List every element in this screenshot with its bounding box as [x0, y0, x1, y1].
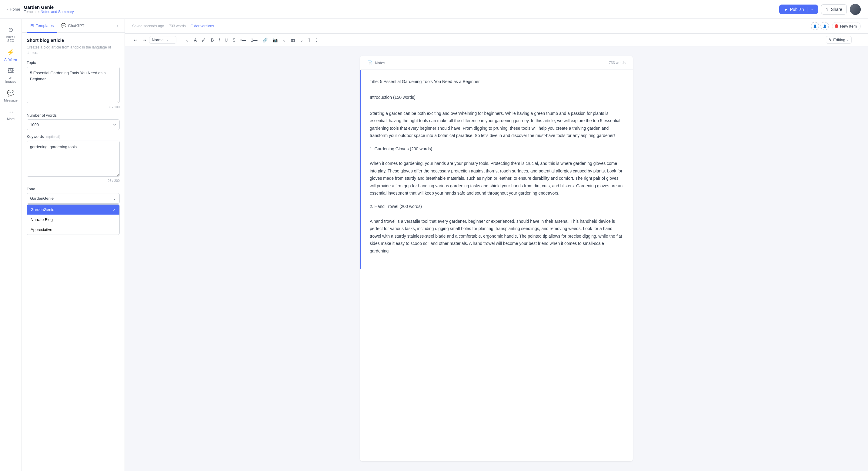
more-toolbar-button[interactable]: ⋯ — [853, 36, 861, 44]
tone-caret-icon: ⌄ — [113, 196, 116, 201]
empty-line-4 — [370, 214, 623, 218]
more-options-button[interactable]: ⋮ — [313, 36, 321, 44]
title-text: Title: 5 Essential Gardening Tools You N… — [370, 79, 480, 84]
section2-body-text: A hand trowel is a versatile tool that e… — [370, 219, 622, 253]
publish-caret-icon: ⌄ — [810, 7, 813, 11]
app-name: Garden Genie — [24, 4, 74, 10]
words-field-group: Number of words 1000 500 1500 2000 — [27, 113, 120, 130]
keywords-input[interactable]: gardening, gardening tools — [27, 140, 120, 177]
highlight-button[interactable]: 🖊 — [200, 36, 208, 44]
image-button[interactable]: 📷 — [271, 36, 279, 44]
tone-selected-display[interactable]: GardenGenie ⌄ — [27, 193, 120, 204]
sidebar-item-message[interactable]: 💬 Message — [2, 87, 20, 104]
table-button[interactable]: ▦ — [289, 36, 297, 44]
align-caret-button[interactable]: ⌄ — [184, 36, 191, 44]
tone-option-appreciative[interactable]: Appreciative — [27, 225, 119, 234]
tab-chatgpt-label: ChatGPT — [68, 23, 84, 28]
editing-pencil-icon: ✎ — [829, 38, 832, 42]
keywords-char-count: 26 / 200 — [27, 179, 120, 183]
collab-avatar-2-icon: 👤 — [823, 25, 827, 28]
templates-panel: ⊞ Templates 💬 ChatGPT ‹ Short blog artic… — [22, 19, 125, 471]
template-link[interactable]: Notes and Summary — [41, 10, 74, 14]
document-body[interactable]: Title: 5 Essential Gardening Tools You N… — [360, 70, 633, 269]
publish-label: Publish — [790, 7, 804, 12]
tone-dropdown: GardenGenie ⌄ GardenGenie ✓ Narrato Blog… — [27, 193, 120, 235]
main-layout: ⊙ Brief + SEO ⚡ AI Writer 🖼 AI Images 💬 … — [0, 19, 868, 471]
editor-content-wrapper: 📄 Notes 733 words Title: 5 Essential Gar… — [125, 46, 868, 471]
content-title-line[interactable]: Title: 5 Essential Gardening Tools You N… — [370, 78, 623, 86]
content-intro-body[interactable]: Starting a garden can be both exciting a… — [370, 110, 623, 139]
ai-images-icon: 🖼 — [8, 67, 14, 74]
content-section2-body[interactable]: A hand trowel is a versatile tool that e… — [370, 218, 623, 255]
notes-label: Notes — [375, 61, 385, 65]
older-versions-link[interactable]: Older versions — [191, 24, 214, 28]
tone-option-gardengenie[interactable]: GardenGenie ✓ — [27, 205, 119, 215]
content-intro-header[interactable]: Introduction (150 words) — [370, 94, 623, 101]
tone-option-narrato[interactable]: Narrato Blog — [27, 215, 119, 225]
intro-header-text: Introduction (150 words) — [370, 95, 415, 100]
sidebar-item-ai-writer-label: AI Writer — [4, 58, 17, 61]
clear-format-button[interactable]: ⁆ — [306, 36, 312, 44]
content-section1-header[interactable]: 1. Gardening Gloves (200 words) — [370, 146, 623, 153]
formatting-toolbar: ↩ ↪ Normal ⌄ ⁞ ⌄ A 🖊 B I U S •— 1— 🔗 📷 ⌄… — [125, 34, 868, 46]
topic-input[interactable]: 5 Essential Gardening Tools You Need as … — [27, 67, 120, 103]
sidebar-item-more[interactable]: ··· More — [2, 106, 20, 123]
app-title-block: Garden Genie Template: Notes and Summary — [24, 4, 74, 14]
tone-field-group: Tone GardenGenie ⌄ GardenGenie ✓ Narrato… — [27, 187, 120, 235]
tone-option-gardengenie-label: GardenGenie — [31, 207, 54, 212]
sidebar-item-ai-writer[interactable]: ⚡ AI Writer — [2, 46, 20, 64]
link-button[interactable]: 🔗 — [261, 36, 270, 44]
section1-body-text: When it comes to gardening, your hands a… — [370, 161, 617, 174]
empty-line-3 — [370, 156, 623, 160]
underline-button[interactable]: U — [223, 36, 229, 44]
new-item-button[interactable]: New Item — [832, 22, 861, 30]
italic-button[interactable]: I — [217, 36, 221, 44]
redo-button[interactable]: ↪ — [141, 36, 148, 44]
notes-icon: 📄 — [367, 60, 372, 65]
style-caret-icon: ⌄ — [166, 38, 169, 41]
words-label: Number of words — [27, 113, 120, 118]
brief-seo-icon: ⊙ — [8, 26, 13, 33]
tab-chatgpt[interactable]: 💬 ChatGPT — [57, 19, 88, 33]
meta-words: 733 words — [169, 24, 185, 28]
image-caret-button[interactable]: ⌄ — [281, 36, 288, 44]
panel-collapse-button[interactable]: ‹ — [116, 22, 120, 30]
sidebar-item-brief-seo[interactable]: ⊙ Brief + SEO — [2, 24, 20, 45]
document-header-left: 📄 Notes — [367, 60, 385, 65]
content-section1-body[interactable]: When it comes to gardening, your hands a… — [370, 160, 623, 197]
numbered-list-button[interactable]: 1— — [249, 36, 259, 44]
share-icon: ⇧ — [826, 7, 829, 12]
strikethrough-button[interactable]: S — [230, 36, 237, 44]
style-selector[interactable]: Normal ⌄ — [149, 36, 176, 44]
publish-button[interactable]: ► Publish ⌄ — [779, 4, 818, 14]
publish-icon: ► — [784, 7, 788, 12]
collab-avatar-1: 👤 — [811, 22, 819, 30]
editor-area: Saved seconds ago 733 words Older versio… — [125, 19, 868, 471]
publish-divider — [807, 7, 807, 12]
user-avatar[interactable] — [850, 4, 861, 15]
bullet-list-button[interactable]: •— — [239, 36, 248, 44]
editing-selector[interactable]: ✎ Editing ⌄ — [826, 36, 851, 44]
avatar-image — [850, 4, 861, 15]
bold-button[interactable]: B — [209, 36, 216, 44]
words-select[interactable]: 1000 500 1500 2000 — [27, 119, 120, 130]
undo-button[interactable]: ↩ — [132, 36, 140, 44]
new-item-label: New Item — [840, 24, 857, 29]
content-section2-header[interactable]: 2. Hand Trowel (200 words) — [370, 203, 623, 210]
meta-right: 👤 👤 New Item — [811, 22, 861, 30]
chevron-left-icon: ‹ — [7, 7, 8, 11]
panel-body: Short blog article Creates a blog articl… — [22, 33, 125, 471]
document-word-count: 733 words — [609, 61, 625, 65]
share-button[interactable]: ⇧ Share — [821, 4, 847, 14]
tab-templates[interactable]: ⊞ Templates — [27, 19, 57, 33]
font-color-button[interactable]: A — [192, 36, 198, 44]
new-item-dot — [835, 24, 838, 28]
sidebar-item-ai-images-label: AI Images — [4, 76, 18, 83]
message-icon: 💬 — [7, 89, 14, 97]
section2-header-text: 2. Hand Trowel (200 words) — [370, 204, 422, 209]
sidebar-item-ai-images[interactable]: 🖼 AI Images — [2, 65, 20, 86]
tone-selected-label: GardenGenie — [30, 196, 54, 201]
table-caret-button[interactable]: ⌄ — [298, 36, 305, 44]
align-button[interactable]: ⁞ — [178, 36, 182, 44]
home-link[interactable]: ‹ Home — [7, 7, 20, 11]
